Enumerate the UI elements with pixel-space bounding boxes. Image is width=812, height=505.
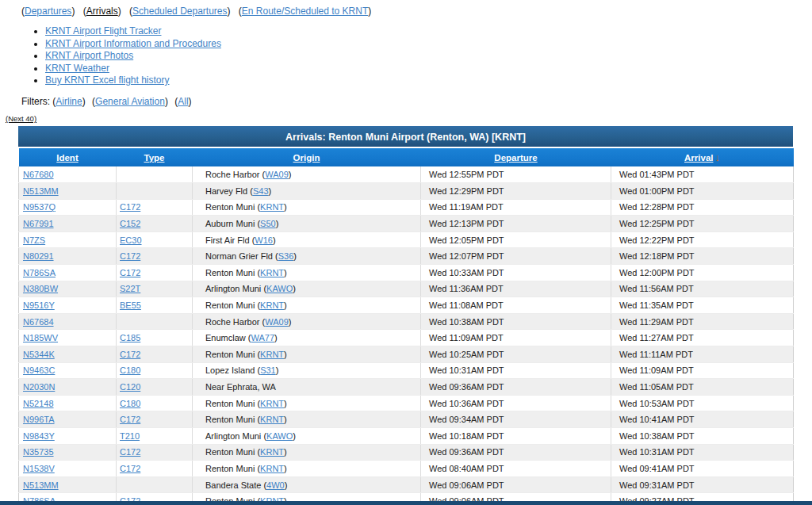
arrival-cell: Wed 12:25PM PDT	[611, 216, 794, 232]
origin-code-link[interactable]: KRNT	[260, 300, 284, 310]
type-link[interactable]: C180	[120, 399, 140, 408]
origin-code-link[interactable]: KRNT	[260, 350, 284, 359]
ident-link[interactable]: N513MM	[23, 480, 59, 490]
origin-code-link[interactable]: KRNT	[260, 415, 284, 424]
list-item: KRNT Airport Information and Procedures	[45, 38, 812, 49]
ident-cell: N80291	[19, 248, 117, 265]
arrival-cell: Wed 09:41AM PDT	[611, 461, 794, 477]
origin-code-link[interactable]: WA09	[265, 170, 289, 179]
departure-cell: Wed 09:34AM PDT	[421, 411, 611, 428]
origin-code-link[interactable]: KAWO	[266, 431, 293, 441]
origin-name: Roche Harbor	[205, 170, 259, 179]
filter-link-general-aviation[interactable]: General Aviation	[95, 96, 165, 107]
type-link[interactable]: C120	[120, 382, 140, 392]
departure-cell: Wed 09:36AM PDT	[421, 379, 611, 396]
ident-cell: N2030N	[19, 379, 117, 396]
origin-name: Arlington Muni	[205, 284, 261, 293]
ident-link[interactable]: N9516Y	[23, 300, 55, 310]
type-link[interactable]: C185	[120, 333, 140, 342]
sort-link-origin[interactable]: Origin	[293, 153, 320, 163]
origin-code-link[interactable]: 4W0	[266, 480, 285, 490]
sort-descending-icon[interactable]: ↓	[714, 151, 720, 163]
nav-link-departures[interactable]: Departures	[25, 6, 71, 17]
origin-code-link[interactable]: KRNT	[260, 447, 284, 457]
type-link[interactable]: C152	[120, 219, 140, 228]
origin-name: Roche Harbor	[205, 317, 259, 327]
origin-code-link[interactable]: WA09	[265, 317, 289, 327]
filter-link-airline[interactable]: Airline	[56, 96, 82, 107]
ident-link[interactable]: N9463C	[23, 365, 55, 375]
arrival-cell: Wed 11:09AM PDT	[611, 362, 794, 379]
origin-code-link[interactable]: KRNT	[260, 268, 284, 277]
type-cell	[117, 313, 193, 330]
type-link[interactable]: BE55	[120, 300, 141, 310]
nav-link-enroute[interactable]: En Route/Scheduled to KRNT	[242, 6, 368, 17]
ident-link[interactable]: N2030N	[23, 382, 55, 392]
ident-link[interactable]: N185WV	[23, 333, 58, 342]
origin-cell: Renton Muni (KRNT)	[193, 346, 421, 363]
column-header-ident: Ident	[19, 148, 117, 166]
sort-link-arrival[interactable]: Arrival	[684, 153, 713, 163]
link-flight-tracker[interactable]: KRNT Airport Flight Tracker	[45, 25, 161, 36]
type-link[interactable]: S22T	[120, 284, 140, 293]
type-link[interactable]: C172	[120, 202, 140, 212]
filter-link-all[interactable]: All	[178, 96, 188, 107]
ident-link[interactable]: N380BW	[23, 284, 58, 293]
ident-link[interactable]: N80291	[23, 251, 54, 261]
origin-code-link[interactable]: S50	[260, 219, 276, 228]
ident-cell: N9463C	[19, 362, 117, 379]
ident-link[interactable]: N513MM	[23, 186, 59, 196]
nav-link-arrivals[interactable]: Arrivals	[86, 6, 118, 17]
origin-code-link[interactable]: KRNT	[260, 399, 284, 408]
type-link[interactable]: C172	[120, 350, 140, 359]
origin-code-link[interactable]: S31	[260, 365, 276, 375]
ident-link[interactable]: N9843Y	[23, 431, 55, 441]
link-airport-info[interactable]: KRNT Airport Information and Procedures	[45, 38, 221, 49]
ident-link[interactable]: N52148	[23, 399, 54, 408]
ident-cell: N513MM	[19, 183, 117, 200]
link-weather[interactable]: KRNT Weather	[45, 63, 109, 74]
next-40-link[interactable]: (Next 40)	[6, 114, 36, 123]
type-link[interactable]: EC30	[120, 235, 142, 245]
ident-link[interactable]: N35735	[23, 447, 54, 457]
ident-link[interactable]: N5344K	[23, 350, 55, 359]
ident-link[interactable]: N67991	[23, 219, 54, 228]
type-link[interactable]: C172	[120, 268, 140, 277]
origin-code-link[interactable]: KRNT	[260, 464, 284, 473]
sort-link-ident[interactable]: Ident	[56, 153, 78, 163]
departure-cell: Wed 09:36AM PDT	[421, 444, 611, 461]
sort-link-departure[interactable]: Departure	[494, 153, 537, 163]
ident-link[interactable]: N67680	[23, 170, 54, 179]
type-link[interactable]: C172	[120, 464, 140, 473]
type-cell: C120	[117, 379, 193, 396]
type-link[interactable]: C180	[120, 365, 140, 375]
origin-code-link[interactable]: KAWO	[266, 284, 293, 293]
ident-link[interactable]: N67684	[23, 317, 54, 327]
paren: )	[368, 6, 371, 17]
origin-code-link[interactable]: W16	[255, 235, 273, 245]
origin-code-link[interactable]: S43	[253, 186, 269, 196]
ident-link[interactable]: N1538V	[23, 464, 55, 473]
origin-cell: Renton Muni (KRNT)	[193, 411, 421, 428]
type-link[interactable]: C172	[120, 251, 140, 261]
arrival-cell: Wed 10:53AM PDT	[611, 395, 794, 411]
ident-link[interactable]: N7ZS	[23, 235, 45, 245]
origin-code-link[interactable]: WA77	[251, 333, 274, 342]
list-item: KRNT Airport Flight Tracker	[45, 25, 812, 36]
origin-paren-close: )	[284, 202, 287, 212]
type-link[interactable]: C172	[120, 415, 140, 424]
type-link[interactable]: C172	[120, 447, 140, 457]
table-title-bar: Arrivals: Renton Muni Airport (Renton, W…	[18, 126, 793, 148]
origin-code-link[interactable]: KRNT	[260, 202, 284, 212]
ident-link[interactable]: N996TA	[23, 415, 55, 424]
arrival-cell: Wed 01:43PM PDT	[611, 166, 794, 183]
link-airport-photos[interactable]: KRNT Airport Photos	[45, 50, 133, 61]
arrivals-table-body: N67680 Roche Harbor (WA09) Wed 12:55PM P…	[19, 166, 794, 505]
ident-link[interactable]: N786SA	[23, 268, 56, 277]
sort-link-type[interactable]: Type	[144, 153, 165, 163]
ident-link[interactable]: N9537Q	[23, 202, 56, 212]
link-buy-excel-history[interactable]: Buy KRNT Excel flight history	[45, 75, 170, 86]
nav-link-scheduled-departures[interactable]: Scheduled Departures	[132, 6, 227, 17]
origin-code-link[interactable]: S36	[278, 251, 294, 261]
type-link[interactable]: T210	[120, 431, 140, 441]
